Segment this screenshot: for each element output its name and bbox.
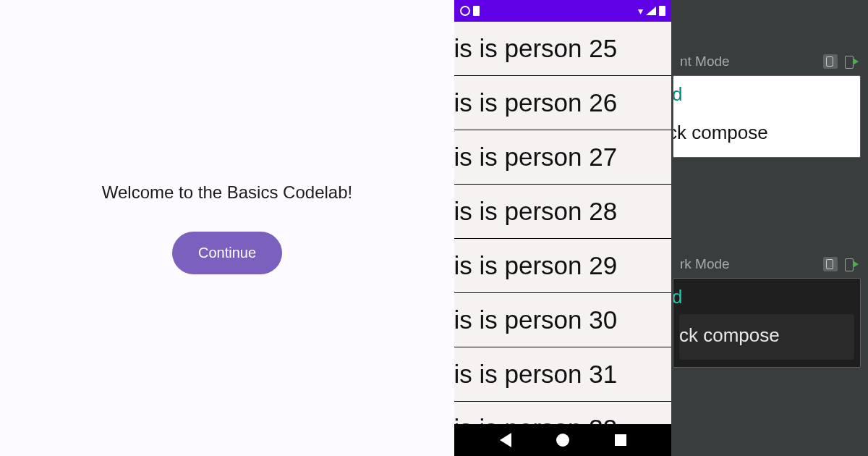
- deploy-preview-icon[interactable]: [843, 54, 858, 69]
- home-icon[interactable]: [556, 434, 569, 447]
- clock-icon: [460, 6, 470, 16]
- preview-light-block: nt Mode d ck compose: [671, 49, 861, 158]
- status-bar: ▾: [454, 0, 671, 22]
- list-item[interactable]: his is person 25: [454, 22, 671, 76]
- preview-mode-label: rk Mode: [680, 256, 730, 272]
- interactive-mode-icon[interactable]: [823, 257, 838, 271]
- list-item[interactable]: his is person 31: [454, 347, 671, 402]
- deploy-preview-icon[interactable]: [843, 257, 858, 271]
- card-title: d: [673, 76, 860, 111]
- card-body: ck compose: [673, 111, 860, 157]
- card-body: ck compose: [679, 314, 854, 360]
- list-item[interactable]: his is person 32: [454, 401, 671, 424]
- back-icon[interactable]: [500, 433, 511, 447]
- list-item[interactable]: his is person 27: [454, 130, 671, 185]
- continue-button[interactable]: Continue: [172, 232, 282, 274]
- list-item[interactable]: his is person 29: [454, 238, 671, 293]
- battery-icon: [659, 6, 665, 16]
- recents-icon[interactable]: [615, 434, 626, 446]
- preview-card-light[interactable]: d ck compose: [673, 75, 861, 158]
- interactive-mode-icon[interactable]: [823, 54, 838, 69]
- android-nav-bar: [454, 424, 671, 456]
- list-item[interactable]: his is person 30: [454, 292, 671, 347]
- list-item[interactable]: his is person 28: [454, 184, 671, 239]
- welcome-heading: Welcome to the Basics Codelab!: [102, 182, 352, 206]
- preview-dark-block: rk Mode d ck compose: [671, 252, 861, 368]
- android-emulator: ▾ his is person 25 his is person 26 his …: [454, 0, 671, 456]
- card-title: d: [673, 279, 860, 314]
- preview-mode-label: nt Mode: [680, 54, 730, 69]
- signal-icon: [646, 7, 656, 15]
- person-list[interactable]: his is person 25 his is person 26 his is…: [454, 22, 671, 424]
- list-item[interactable]: his is person 26: [454, 75, 671, 130]
- battery-small-icon: [473, 6, 480, 16]
- onboarding-screen: Welcome to the Basics Codelab! Continue: [0, 0, 454, 456]
- compose-preview-pane: nt Mode d ck compose rk Mode d: [671, 0, 868, 456]
- preview-card-dark[interactable]: d ck compose: [673, 278, 861, 368]
- wifi-icon: ▾: [638, 6, 643, 16]
